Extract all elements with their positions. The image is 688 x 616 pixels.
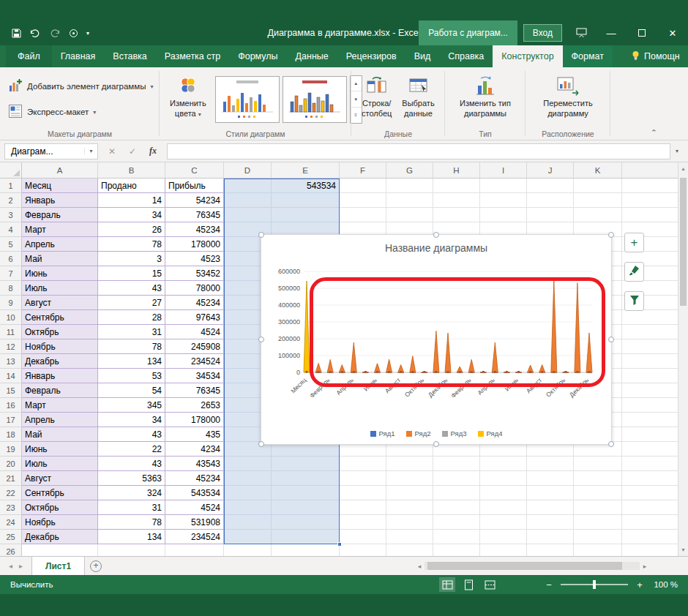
cell-K1[interactable] (574, 179, 622, 193)
cell-B8[interactable]: 43 (98, 281, 165, 296)
vertical-scroll-thumb[interactable] (680, 178, 687, 306)
cell-A17[interactable]: Апрель (22, 413, 98, 427)
sheet-tab-list1[interactable]: Лист1 (31, 557, 85, 575)
cell-J20[interactable] (527, 457, 574, 471)
cell-I26[interactable] (480, 544, 527, 556)
cell-A16[interactable]: Март (22, 398, 98, 413)
chart-plot-area[interactable]: 0100000200000300000400000500000600000Мес… (270, 261, 604, 412)
column-header-K[interactable]: K (574, 162, 622, 179)
cell-A10[interactable]: Сентябрь (22, 310, 98, 325)
cell-B5[interactable]: 78 (98, 237, 165, 252)
cell-J1[interactable] (527, 179, 574, 193)
row-header-16[interactable]: 16 (0, 398, 22, 413)
cell-C6[interactable]: 4523 (165, 252, 224, 266)
cell-H23[interactable] (433, 500, 480, 515)
cell-B12[interactable]: 78 (98, 339, 165, 354)
cell-H3[interactable] (433, 208, 480, 222)
cell-J21[interactable] (527, 471, 574, 486)
cell-I21[interactable] (480, 471, 527, 486)
row-header-14[interactable]: 14 (0, 369, 22, 383)
horizontal-scroll-thumb[interactable] (427, 562, 622, 570)
minimize-button[interactable]: — (596, 20, 627, 45)
change-colors-button[interactable]: Изменить цвета ▾ (165, 71, 212, 127)
cell-C9[interactable]: 45234 (165, 296, 224, 310)
cell-C4[interactable]: 45234 (165, 222, 224, 237)
legend-item-Ряд4[interactable]: Ряд4 (478, 429, 503, 437)
scroll-up-icon[interactable]: ▲ (678, 162, 688, 175)
cell-B25[interactable]: 134 (98, 530, 165, 544)
row-header-25[interactable]: 25 (0, 530, 22, 544)
row-header-12[interactable]: 12 (0, 339, 22, 354)
cell-B21[interactable]: 5363 (98, 471, 165, 486)
cell-G22[interactable] (386, 486, 433, 500)
cell-K22[interactable] (574, 486, 622, 500)
row-header-5[interactable]: 5 (0, 237, 22, 252)
cell-C8[interactable]: 78000 (165, 281, 224, 296)
cell-C7[interactable]: 53452 (165, 266, 224, 281)
save-icon[interactable] (12, 29, 21, 38)
row-header-6[interactable]: 6 (0, 252, 22, 266)
tab-Файл[interactable]: Файл (6, 45, 52, 67)
cell-A22[interactable]: Сентябрь (22, 486, 98, 500)
cell-G25[interactable] (386, 530, 433, 544)
cell-B20[interactable]: 43 (98, 457, 165, 471)
cell-G26[interactable] (386, 544, 433, 556)
cell-G21[interactable] (386, 471, 433, 486)
cell-H26[interactable] (433, 544, 480, 556)
cell-A15[interactable]: Февраль (22, 383, 98, 398)
zoom-slider[interactable] (561, 584, 628, 585)
cell-K24[interactable] (574, 515, 622, 530)
horizontal-scrollbar[interactable]: ◂ ▸ (414, 560, 650, 571)
page-layout-view-button[interactable] (460, 577, 476, 592)
cell-C14[interactable]: 34534 (165, 369, 224, 383)
cell-C15[interactable]: 76345 (165, 383, 224, 398)
row-header-15[interactable]: 15 (0, 383, 22, 398)
cell-A7[interactable]: Июнь (22, 266, 98, 281)
tab-Формат[interactable]: Формат (563, 45, 613, 67)
cell-D24[interactable] (224, 515, 272, 530)
cell-I25[interactable] (480, 530, 527, 544)
sign-in-button[interactable]: Вход (523, 24, 562, 42)
scroll-left-icon[interactable]: ◂ (414, 563, 425, 570)
quick-layout-button[interactable]: Экспресс-макет ▾ (5, 102, 156, 121)
column-header-B[interactable]: B (98, 162, 165, 179)
cell-D22[interactable] (224, 486, 272, 500)
cell-A13[interactable]: Декабрь (22, 354, 98, 369)
cell-I23[interactable] (480, 500, 527, 515)
cell-F21[interactable] (340, 471, 386, 486)
cell-B24[interactable]: 78 (98, 515, 165, 530)
add-sheet-button[interactable]: + (85, 557, 107, 575)
cell-B19[interactable]: 22 (98, 442, 165, 457)
row-header-7[interactable]: 7 (0, 266, 22, 281)
cancel-icon[interactable]: ✕ (102, 146, 121, 157)
undo-icon[interactable] (29, 29, 41, 38)
cell-J22[interactable] (527, 486, 574, 500)
cell-G24[interactable] (386, 515, 433, 530)
cell-A12[interactable]: Ноябрь (22, 339, 98, 354)
redo-icon[interactable] (49, 29, 61, 38)
cell-F1[interactable] (340, 179, 386, 193)
cell-B7[interactable]: 15 (98, 266, 165, 281)
cell-B16[interactable]: 345 (98, 398, 165, 413)
tab-Формулы[interactable]: Формулы (229, 45, 286, 67)
cell-B23[interactable]: 31 (98, 500, 165, 515)
cell-D23[interactable] (224, 500, 272, 515)
tab-help[interactable]: Помощн (623, 45, 688, 67)
cell-B11[interactable]: 31 (98, 325, 165, 339)
cell-C25[interactable]: 234524 (165, 530, 224, 544)
cell-J2[interactable] (527, 193, 574, 208)
cell-B18[interactable]: 43 (98, 427, 165, 442)
zoom-slider-thumb[interactable] (593, 580, 596, 589)
cell-A19[interactable]: Июнь (22, 442, 98, 457)
cell-G1[interactable] (386, 179, 433, 193)
cell-A24[interactable]: Ноябрь (22, 515, 98, 530)
cell-A25[interactable]: Декабрь (22, 530, 98, 544)
cell-G20[interactable] (386, 457, 433, 471)
cell-E3[interactable] (272, 208, 340, 222)
cell-C17[interactable]: 178000 (165, 413, 224, 427)
column-header-H[interactable]: H (433, 162, 480, 179)
change-chart-type-button[interactable]: Изменить тип диаграммы (455, 71, 516, 127)
cell-A1[interactable]: Месяц (22, 179, 98, 193)
formula-input[interactable] (167, 143, 670, 159)
cell-A9[interactable]: Август (22, 296, 98, 310)
